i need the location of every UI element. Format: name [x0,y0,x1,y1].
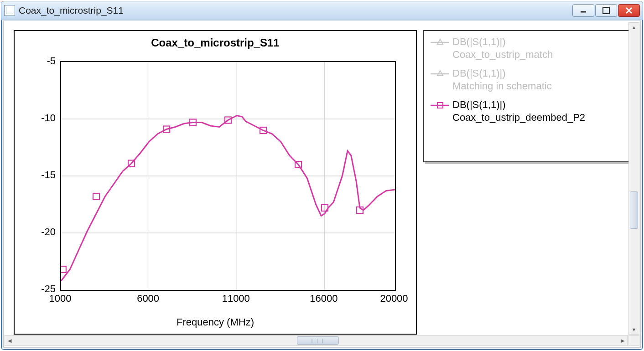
svg-marker-22 [437,71,443,76]
scroll-left-icon[interactable]: ◀ [5,336,14,346]
chart-title: Coax_to_microstrip_S11 [15,36,416,49]
x-axis-label: Frequency (MHz) [15,316,416,328]
vertical-scroll-thumb[interactable] [630,191,638,229]
titlebar[interactable]: Coax_to_microstrip_S11 [1,1,643,20]
plot-svg [61,62,395,290]
horizontal-scroll-thumb[interactable]: | | | [297,336,339,345]
app-icon [4,5,15,16]
x-tick-label: 20000 [376,293,412,305]
client-area: Coax_to_microstrip_S11 -25-20-15-10-5 10… [3,21,641,348]
maximize-button[interactable] [595,4,617,17]
legend-label: DB(|S(1,1)|)Matching in schematic [452,67,552,92]
y-tick-label: -15 [24,169,56,181]
x-tick-label: 11000 [218,293,254,305]
y-tick-label: -20 [24,226,56,238]
y-tick-label: -5 [24,55,56,67]
scroll-right-icon[interactable]: ▶ [618,336,627,346]
scroll-up-icon[interactable]: ▲ [629,23,639,32]
x-tick-label: 1000 [42,293,78,305]
legend-label: DB(|S(1,1)|)Coax_to_ustrip_deembed_P2 [452,98,585,124]
maximize-icon [602,7,610,14]
plot-area[interactable] [60,61,396,291]
legend-item[interactable]: DB(|S(1,1)|)Coax_to_ustrip_deembed_P2 [431,98,627,124]
legend-label: DB(|S(1,1)|)Coax_to_ustrip_match [452,36,553,61]
scroll-corner [628,335,639,346]
legend-item[interactable]: DB(|S(1,1)|)Coax_to_ustrip_match [431,36,627,61]
svg-marker-20 [437,39,443,44]
legend-swatch-icon [431,69,449,80]
close-button[interactable] [618,4,640,17]
minimize-button[interactable] [572,4,594,17]
window-controls [571,4,640,17]
scroll-down-icon[interactable]: ▼ [629,325,639,334]
legend-swatch-icon [431,100,449,111]
svg-rect-10 [93,193,99,200]
close-icon [625,6,633,15]
legend-item[interactable]: DB(|S(1,1)|)Matching in schematic [431,67,627,92]
vertical-scrollbar[interactable]: ▲ ▼ [628,22,639,335]
x-tick-label: 16000 [306,293,342,305]
svg-rect-9 [61,266,66,273]
y-tick-label: -10 [24,112,56,124]
app-window: Coax_to_microstrip_S11 Coax_to_microstri… [1,1,643,350]
chart-panel[interactable]: Coax_to_microstrip_S11 -25-20-15-10-5 10… [14,30,417,335]
window-title: Coax_to_microstrip_S11 [19,5,571,16]
legend[interactable]: DB(|S(1,1)|)Coax_to_ustrip_matchDB(|S(1,… [423,30,634,162]
minimize-icon [579,7,587,14]
x-tick-label: 6000 [130,293,166,305]
legend-swatch-icon [431,37,449,48]
horizontal-scrollbar[interactable]: ◀ | | | ▶ [5,335,628,346]
